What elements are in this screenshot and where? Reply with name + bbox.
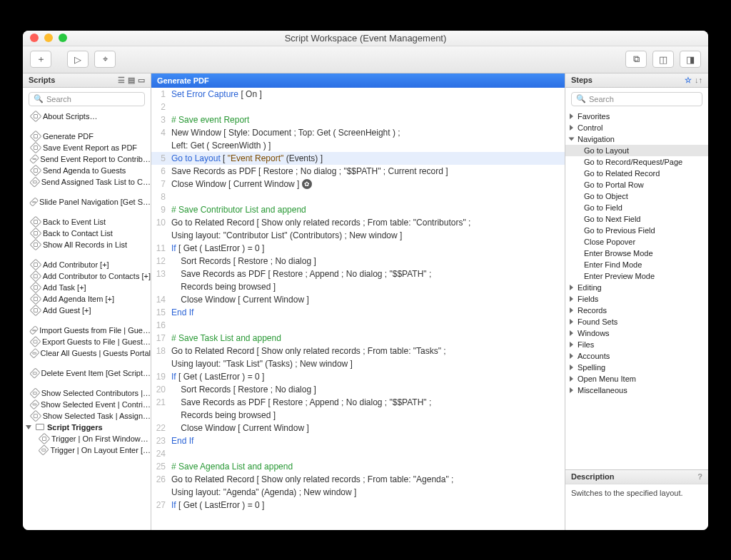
script-item[interactable]: Trigger | On First Window…	[23, 433, 151, 444]
step-category[interactable]: Accounts	[565, 350, 708, 362]
editor-tab[interactable]: Generate PDF	[151, 73, 565, 88]
code-line[interactable]: 4New Window [ Style: Document ; Top: Get…	[151, 126, 565, 139]
script-item[interactable]: Slide Panel Navigation [Get S…	[23, 196, 151, 208]
code-line[interactable]: Left: Get ( ScreenWidth ) ]	[151, 139, 565, 152]
script-item[interactable]: Add Agenda Item [+]	[23, 293, 151, 305]
script-item[interactable]: Delete Event Item [Get Script…	[23, 367, 151, 379]
step-item[interactable]: Go to Previous Field	[565, 225, 708, 236]
step-category[interactable]: Windows	[565, 327, 708, 339]
script-item[interactable]: Show Selected Task | Assign…	[23, 410, 151, 422]
code-line[interactable]: 3# Save event Report	[151, 113, 565, 126]
code-line[interactable]: 27If [ Get ( LastError ) = 0 ]	[151, 499, 565, 511]
script-item[interactable]: Add Contributor to Contacts [+]	[23, 270, 151, 282]
step-category[interactable]: Editing	[565, 282, 708, 293]
step-item[interactable]: Go to Object	[565, 190, 708, 202]
code-line[interactable]: 24	[151, 447, 565, 460]
code-line[interactable]: 12 Sort Records [ Restore ; No dialog ]	[151, 255, 565, 268]
code-line[interactable]: Using layout: "Agenda" (Agenda) ; New wi…	[151, 486, 565, 499]
new-folder-icon[interactable]: ▭	[138, 76, 145, 85]
code-line[interactable]: 19If [ Get ( LastError ) = 0 ]	[151, 370, 565, 383]
step-item[interactable]: Enter Browse Mode	[565, 248, 708, 259]
code-line[interactable]: 23End If	[151, 434, 565, 447]
step-category[interactable]: Records	[565, 305, 708, 316]
toggle-left-panel-button[interactable]: ◫	[652, 51, 674, 68]
step-category[interactable]: Open Menu Item	[565, 373, 708, 385]
step-item[interactable]: Enter Find Mode	[565, 259, 708, 270]
step-category[interactable]: Fields	[565, 293, 708, 305]
script-folder[interactable]: Script Triggers	[23, 422, 151, 433]
step-item[interactable]: Go to Next Field	[565, 213, 708, 225]
step-category[interactable]: Control	[565, 122, 708, 133]
toggle-right-panel-button[interactable]: ◨	[680, 51, 701, 68]
script-item[interactable]: Save Event Report as PDF	[23, 142, 151, 153]
code-line[interactable]: 10Go to Related Record [ Show only relat…	[151, 216, 565, 229]
code-line[interactable]: 13 Save Records as PDF [ Restore ; Appen…	[151, 268, 565, 280]
script-item[interactable]: Back to Contact List	[23, 228, 151, 239]
code-line[interactable]: 15End If	[151, 306, 565, 319]
script-item[interactable]: Send Assigned Task List to C…	[23, 176, 151, 188]
script-editor[interactable]: 1Set Error Capture [ On ]2 3# Save event…	[151, 88, 565, 530]
list-view-icon[interactable]: ☰	[118, 76, 125, 85]
run-script-button[interactable]: ▷	[67, 51, 89, 68]
code-line[interactable]: Records being browsed ]	[151, 280, 565, 293]
scripts-search[interactable]: 🔍 Search	[29, 92, 145, 106]
code-line[interactable]: 17# Save Task List and append	[151, 332, 565, 345]
script-item[interactable]: Export Guests to File | Guest…	[23, 336, 151, 347]
step-category[interactable]: Favorites	[565, 111, 708, 122]
step-item[interactable]: Enter Preview Mode	[565, 270, 708, 282]
debug-button[interactable]: ⌖	[94, 51, 116, 68]
step-category[interactable]: Miscellaneous	[565, 385, 708, 396]
step-item[interactable]: Go to Field	[565, 202, 708, 213]
code-line[interactable]: 2	[151, 101, 565, 113]
script-item[interactable]: About Scripts…	[23, 111, 151, 122]
step-item[interactable]: Go to Related Record	[565, 168, 708, 179]
script-item[interactable]: Send Event Report to Contrib…	[23, 153, 151, 165]
scripts-list[interactable]: About Scripts…Generate PDFSave Event Rep…	[23, 111, 151, 530]
step-category[interactable]: Spelling	[565, 362, 708, 373]
code-line[interactable]: 18Go to Related Record [ Show only relat…	[151, 345, 565, 357]
script-item[interactable]: Add Task [+]	[23, 282, 151, 293]
script-item[interactable]: Add Contributor [+]	[23, 259, 151, 270]
code-line[interactable]: 9# Save Contributor List and append	[151, 203, 565, 216]
code-line[interactable]: 8	[151, 190, 565, 203]
step-category[interactable]: Navigation	[565, 133, 708, 145]
copy-button[interactable]: ⧉	[625, 51, 647, 68]
script-item[interactable]: Back to Event List	[23, 216, 151, 228]
code-line[interactable]: 26Go to Related Record [ Show only relat…	[151, 473, 565, 486]
script-item[interactable]: Show All Records in List	[23, 239, 151, 250]
code-line[interactable]: 1Set Error Capture [ On ]	[151, 88, 565, 101]
step-options-icon[interactable]: ✿	[302, 179, 312, 189]
steps-search[interactable]: 🔍 Search	[571, 92, 702, 106]
help-icon[interactable]: ?	[697, 472, 702, 481]
script-item[interactable]: Show Selected Event | Contri…	[23, 399, 151, 410]
step-item[interactable]: Go to Record/Request/Page	[565, 156, 708, 168]
code-line[interactable]: 22 Close Window [ Current Window ]	[151, 422, 565, 434]
code-line[interactable]: 11If [ Get ( LastError ) = 0 ]	[151, 242, 565, 255]
code-line[interactable]: 16	[151, 319, 565, 332]
code-line[interactable]: 21 Save Records as PDF [ Restore ; Appen…	[151, 396, 565, 409]
code-line[interactable]: 6Save Records as PDF [ Restore ; No dial…	[151, 165, 565, 178]
script-item[interactable]: Generate PDF	[23, 131, 151, 142]
new-script-button[interactable]: ＋	[30, 51, 51, 68]
sort-icon[interactable]: ↓↑	[695, 76, 702, 85]
step-item[interactable]: Go to Portal Row	[565, 179, 708, 190]
script-item[interactable]: Import Guests from File | Gue…	[23, 325, 151, 336]
step-category[interactable]: Files	[565, 339, 708, 350]
script-item[interactable]: Add Guest [+]	[23, 305, 151, 316]
code-line[interactable]: 14 Close Window [ Current Window ]	[151, 293, 565, 306]
code-line[interactable]: 5Go to Layout [ "Event Report" (Events) …	[151, 152, 565, 165]
script-item[interactable]: Send Agenda to Guests	[23, 165, 151, 176]
step-category[interactable]: Found Sets	[565, 316, 708, 327]
script-item[interactable]: Clear All Guests | Guests Portal	[23, 347, 151, 359]
script-item[interactable]: Trigger | On Layout Enter […	[23, 444, 151, 456]
code-line[interactable]: Records being browsed ]	[151, 409, 565, 422]
folder-view-icon[interactable]: ▤	[128, 76, 135, 85]
code-line[interactable]: 20 Sort Records [ Restore ; No dialog ]	[151, 383, 565, 396]
code-line[interactable]: Using layout: "Task List" (Tasks) ; New …	[151, 357, 565, 370]
code-line[interactable]: Using layout: "Contributor List" (Contri…	[151, 229, 565, 242]
steps-list[interactable]: FavoritesControlNavigationGo to LayoutGo…	[565, 111, 708, 469]
code-line[interactable]: 7Close Window [ Current Window ]✿	[151, 178, 565, 190]
step-item[interactable]: Close Popover	[565, 236, 708, 248]
favorite-icon[interactable]: ☆	[685, 76, 692, 85]
code-line[interactable]: 25# Save Agenda List and append	[151, 460, 565, 473]
